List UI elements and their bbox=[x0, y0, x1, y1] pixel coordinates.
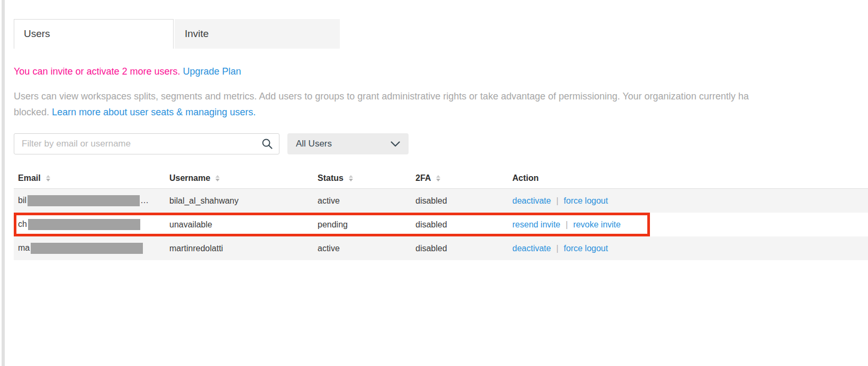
tab-invite-label: Invite bbox=[185, 28, 209, 39]
2fa-cell: disabled bbox=[411, 220, 508, 230]
email-visible-text: bil bbox=[18, 196, 26, 205]
invite-quota-message: You can invite or activate 2 more users. bbox=[14, 66, 180, 77]
user-type-dropdown-value: All Users bbox=[296, 139, 332, 149]
filter-field bbox=[14, 133, 279, 154]
column-header-email-label: Email bbox=[18, 173, 41, 183]
column-header-status-label: Status bbox=[318, 173, 343, 183]
column-header-action-label: Action bbox=[512, 173, 539, 183]
column-header-username-label: Username bbox=[169, 173, 210, 183]
sort-icon bbox=[46, 175, 50, 181]
email-cell: bil… bbox=[14, 195, 165, 206]
username-cell: unavailable bbox=[165, 220, 313, 230]
column-header-username[interactable]: Username bbox=[165, 173, 313, 183]
column-header-2fa-label: 2FA bbox=[415, 173, 431, 183]
deactivate-link[interactable]: deactivate bbox=[512, 244, 551, 253]
filter-input[interactable] bbox=[14, 133, 279, 154]
search-icon[interactable] bbox=[261, 138, 273, 150]
email-redaction-block bbox=[28, 195, 140, 206]
column-header-2fa[interactable]: 2FA bbox=[411, 173, 508, 183]
user-type-dropdown[interactable]: All Users bbox=[287, 133, 409, 154]
email-visible-text: ma bbox=[18, 243, 30, 252]
left-edge-strip bbox=[2, 0, 5, 366]
sort-icon bbox=[215, 175, 220, 181]
status-cell: pending bbox=[313, 220, 411, 230]
username-cell: martinredolatti bbox=[165, 244, 313, 253]
email-ellipsis: … bbox=[140, 196, 149, 205]
users-table-header: Email Username Status 2FA Action bbox=[14, 168, 868, 188]
tab-users-label: Users bbox=[24, 28, 50, 39]
email-cell: ma bbox=[14, 243, 165, 254]
users-table-body: bil… bilal_al_shahwany active disabled d… bbox=[14, 188, 868, 260]
email-visible-text: ch bbox=[18, 219, 27, 228]
learn-more-link[interactable]: Learn more about user seats & managing u… bbox=[52, 107, 256, 117]
description-line2: blocked. Learn more about user seats & m… bbox=[14, 104, 868, 120]
action-separator: | bbox=[556, 244, 558, 253]
resend-invite-link[interactable]: resend invite bbox=[512, 220, 560, 229]
column-header-action: Action bbox=[508, 173, 868, 183]
action-separator: | bbox=[556, 196, 558, 205]
column-header-email[interactable]: Email bbox=[14, 173, 165, 183]
force-logout-link[interactable]: force logout bbox=[564, 196, 608, 205]
email-cell: ch bbox=[14, 219, 165, 230]
invite-quota-notice: You can invite or activate 2 more users.… bbox=[14, 66, 241, 77]
tab-users[interactable]: Users bbox=[14, 19, 174, 49]
action-cell: deactivate|force logout bbox=[508, 196, 868, 206]
revoke-invite-link[interactable]: revoke invite bbox=[573, 220, 621, 229]
username-cell: bilal_al_shahwany bbox=[165, 196, 313, 206]
force-logout-link[interactable]: force logout bbox=[564, 244, 608, 253]
tab-invite[interactable]: Invite bbox=[175, 19, 340, 49]
table-row: ch unavailable pending disabled resend i… bbox=[14, 213, 868, 236]
deactivate-link[interactable]: deactivate bbox=[512, 196, 551, 205]
table-row: ma martinredolatti active disabled deact… bbox=[14, 236, 868, 260]
users-description: Users can view workspaces splits, segmen… bbox=[14, 88, 868, 120]
status-cell: active bbox=[313, 244, 411, 253]
2fa-cell: disabled bbox=[411, 196, 508, 206]
tab-bar: Users Invite bbox=[14, 19, 340, 49]
status-cell: active bbox=[313, 196, 411, 206]
description-line1: Users can view workspaces splits, segmen… bbox=[14, 88, 868, 104]
column-header-status[interactable]: Status bbox=[313, 173, 411, 183]
email-redaction-block bbox=[31, 243, 143, 254]
action-cell: deactivate|force logout bbox=[508, 244, 868, 253]
sort-icon bbox=[349, 175, 353, 181]
users-table: Email Username Status 2FA Action bil… bi… bbox=[14, 168, 868, 260]
2fa-cell: disabled bbox=[411, 244, 508, 253]
email-redaction-block bbox=[28, 219, 140, 230]
action-cell: resend invite|revoke invite bbox=[508, 220, 868, 230]
chevron-down-icon bbox=[391, 141, 400, 147]
action-separator: | bbox=[566, 220, 568, 229]
upgrade-plan-link[interactable]: Upgrade Plan bbox=[183, 66, 241, 77]
table-row: bil… bilal_al_shahwany active disabled d… bbox=[14, 189, 868, 213]
description-line2-prefix: blocked. bbox=[14, 107, 52, 117]
sort-icon bbox=[436, 175, 440, 181]
